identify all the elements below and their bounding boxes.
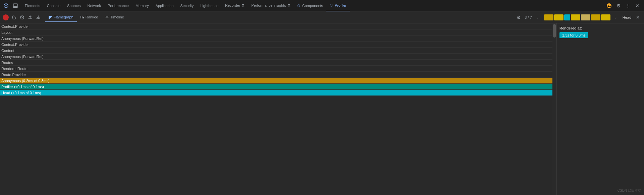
svg-rect-8: [80, 16, 81, 18]
tab-memory[interactable]: Memory: [132, 0, 152, 11]
upload-button[interactable]: [26, 13, 34, 21]
flame-row[interactable]: Context.Provider: [0, 42, 552, 48]
tab-network[interactable]: Network: [84, 0, 104, 11]
tab-lighthouse[interactable]: Lighthouse: [197, 0, 222, 11]
flame-row[interactable]: Context.Provider: [0, 23, 552, 29]
devtools-icon: [1, 0, 11, 11]
record-button[interactable]: [3, 14, 9, 20]
flamegraph-tab[interactable]: Flamegraph: [45, 13, 77, 22]
flame-row[interactable]: Route.Provider: [0, 72, 552, 78]
timeline-tab[interactable]: Timeline: [102, 13, 127, 22]
tab-recorder[interactable]: Recorder ⚗: [222, 0, 248, 11]
svg-point-12: [106, 16, 107, 17]
svg-rect-10: [83, 17, 84, 18]
tab-components[interactable]: ⬡ Components: [294, 0, 326, 11]
flame-row[interactable]: Routes: [0, 60, 552, 66]
nav-back-arrow[interactable]: ‹: [534, 14, 541, 21]
tab-application[interactable]: Application: [152, 0, 177, 11]
devtools-close-button[interactable]: ✕: [633, 2, 641, 10]
tab-security[interactable]: Security: [177, 0, 197, 11]
profiler-toolbar: Flamegraph Ranked Timeline ⚙ 3 / 7 ‹: [0, 11, 644, 23]
svg-rect-2: [13, 6, 17, 8]
flame-row[interactable]: Head (<0.1ms of 0.1ms): [0, 90, 552, 96]
head-label: Head: [623, 15, 631, 19]
view-tabs: Flamegraph Ranked Timeline: [45, 13, 127, 22]
flame-panel: Context.ProviderLayoutAnonymous (Forward…: [0, 23, 557, 195]
watermark: CSDN @田本初: [618, 188, 641, 193]
nav-forward-arrow[interactable]: ›: [612, 14, 619, 21]
panel-close-button[interactable]: ✕: [635, 14, 641, 21]
svg-rect-5: [49, 16, 52, 17]
flame-minimap: [544, 14, 610, 20]
svg-line-4: [21, 16, 23, 18]
right-panel: Rendered at: 1.3s for 0.3ms: [557, 23, 644, 195]
tab-sources[interactable]: Sources: [64, 0, 84, 11]
ranked-tab[interactable]: Ranked: [77, 13, 102, 22]
toolbar-left: [3, 13, 42, 21]
top-tab-bar: Elements Console Sources Network Perform…: [0, 0, 644, 11]
flame-rows: Context.ProviderLayoutAnonymous (Forward…: [0, 23, 552, 96]
tab-elements[interactable]: Elements: [21, 0, 44, 11]
svg-rect-7: [49, 18, 50, 19]
toolbar-right: ⚙ 3 / 7 ‹ › Head ✕: [515, 13, 641, 21]
flame-block-7[interactable]: [601, 14, 610, 20]
vertical-scrollbar[interactable]: [552, 23, 556, 195]
flame-block-2[interactable]: [554, 14, 564, 20]
download-button[interactable]: [34, 13, 42, 21]
main-area: Context.ProviderLayoutAnonymous (Forward…: [0, 23, 644, 195]
rendered-at-value: 1.3s for 0.3ms: [559, 32, 588, 38]
rendered-at-label: Rendered at:: [559, 26, 641, 30]
tab-profiler[interactable]: ⬡ Profiler: [326, 0, 350, 11]
flame-row[interactable]: Anonymous (0.2ms of 0.3ms): [0, 78, 552, 84]
tab-performance-insights[interactable]: Performance insights ⚗: [248, 0, 293, 11]
clear-button[interactable]: [18, 13, 26, 21]
flame-block-6[interactable]: [591, 14, 600, 20]
flame-row[interactable]: RenderedRoute: [0, 66, 552, 72]
flame-block-4[interactable]: [571, 14, 580, 20]
profiler-settings-button[interactable]: ⚙: [515, 13, 523, 21]
more-button[interactable]: ⋮: [624, 2, 632, 10]
flame-row[interactable]: Profiler (<0.1ms of 0.1ms): [0, 84, 552, 90]
svg-point-0: [4, 4, 8, 8]
flame-block-3[interactable]: [564, 14, 570, 20]
tab-end-icons: 11 ⚙ ⋮ ✕: [605, 2, 643, 10]
flame-block-1[interactable]: [544, 14, 553, 20]
nav-count: 3 / 7: [525, 15, 532, 19]
reload-button[interactable]: [10, 13, 18, 21]
tab-console[interactable]: Console: [44, 0, 64, 11]
flame-row[interactable]: Layout: [0, 29, 552, 36]
flame-block-5[interactable]: [581, 14, 590, 20]
flame-row[interactable]: Anonymous (ForwardRef): [0, 36, 552, 42]
flame-row[interactable]: Anonymous (ForwardRef): [0, 54, 552, 60]
flame-row[interactable]: Content: [0, 48, 552, 54]
settings-button[interactable]: ⚙: [614, 2, 623, 10]
dock-icon[interactable]: [11, 0, 20, 11]
scrollbar-thumb[interactable]: [553, 24, 556, 38]
svg-rect-9: [82, 16, 83, 18]
tab-performance[interactable]: Performance: [104, 0, 132, 11]
svg-rect-6: [49, 17, 51, 18]
warning-badge[interactable]: 11: [605, 2, 613, 10]
svg-point-13: [107, 16, 108, 17]
nav-arrows: ‹: [534, 14, 541, 21]
